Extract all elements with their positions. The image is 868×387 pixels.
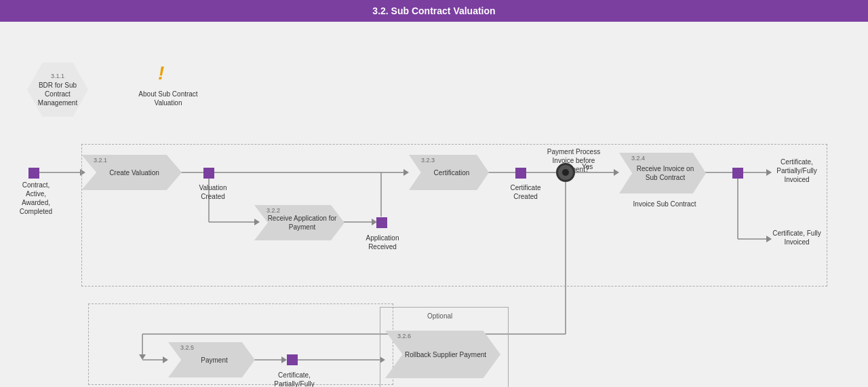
cert-partially-label: Certificate, Partially/Fully Invoiced (766, 158, 827, 184)
certification-id: 3.2.3 (421, 157, 435, 164)
rollback-id: 3.2.6 (397, 333, 411, 339)
certification-label: Certification (423, 168, 475, 177)
application-received-label: Application Received (358, 234, 407, 251)
receive-application-chevron: 3.2.2 Receive Application for Payment (254, 205, 344, 240)
cert-fully-label: Certificate, Fully Invoiced (766, 229, 827, 246)
exclamation-icon: ! (158, 62, 164, 84)
payment-label: Payment (190, 356, 233, 365)
connector-sq4 (732, 168, 743, 179)
connector-sq1 (203, 168, 214, 179)
cert-paid-label: Certificate, Partially/Fully Paid (270, 371, 319, 387)
certification-chevron: 3.2.3 Certification (409, 155, 489, 190)
payment-chevron: 3.2.5 Payment (168, 342, 255, 377)
receive-invoice-chevron: 3.2.4 Receive Invoice on Sub Contract (619, 153, 706, 194)
bdr-label: BDR for Sub Contract Management (33, 81, 83, 107)
decision-node (556, 163, 575, 182)
optional-label: Optional (427, 312, 452, 320)
receive-invoice-id: 3.2.4 (631, 155, 645, 162)
valuation-created-label: Valuation Created (189, 183, 237, 201)
rollback-label: Rollback Supplier Payment (394, 350, 492, 359)
start-label: Contract, Active, Awarded, Completed (12, 181, 60, 216)
header-title: 3.2. Sub Contract Valuation (372, 5, 495, 16)
rollback-chevron: 3.2.6 Rollback Supplier Payment (385, 331, 500, 378)
yes-label: Yes (582, 163, 593, 170)
create-valuation-id: 3.2.1 (94, 157, 107, 164)
connector-sq2 (376, 217, 387, 228)
main-area: 3.1.1 BDR for Sub Contract Management ! … (0, 22, 868, 387)
diagram-container: 3.2. Sub Contract Valuation (0, 0, 868, 387)
receive-application-label: Receive Application for Payment (254, 214, 344, 232)
payment-id: 3.2.5 (180, 344, 194, 351)
certificate-created-label: Certificate Created (502, 183, 549, 201)
receive-invoice-label: Receive Invoice on Sub Contract (619, 164, 706, 182)
bdr-id: 3.1.1 (33, 73, 83, 79)
connector-sq3 (515, 168, 526, 179)
receive-application-id: 3.2.2 (267, 207, 280, 214)
bdr-hexagon: 3.1.1 BDR for Sub Contract Management (27, 62, 88, 117)
header-bar: 3.2. Sub Contract Valuation (0, 0, 868, 22)
invoice-sub-contract-label: Invoice Sub Contract (624, 200, 705, 208)
connector-sq5 (287, 354, 298, 365)
start-event (28, 168, 39, 179)
about-label: About Sub Contract Valuation (138, 90, 199, 107)
create-valuation-label: Create Valuation (98, 168, 165, 177)
